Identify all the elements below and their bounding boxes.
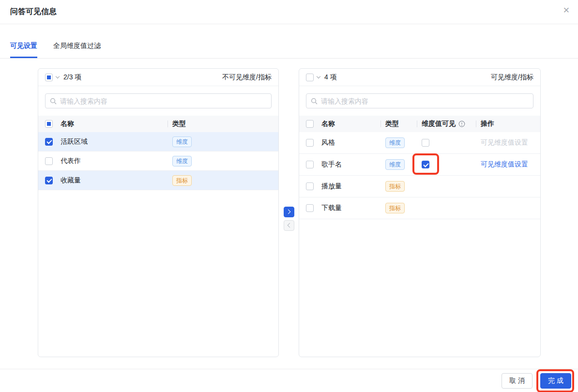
tab-bar: 可见设置 全局维度值过滤 — [0, 24, 578, 59]
select-all-checkbox[interactable] — [306, 74, 314, 81]
move-right-button[interactable] — [284, 207, 294, 217]
row-checkbox[interactable] — [306, 182, 314, 190]
type-tag: 维度 — [385, 137, 405, 148]
table-row[interactable]: 歌手名 维度 可见维度值设置 — [299, 154, 540, 176]
row-name: 播放量 — [321, 182, 385, 191]
search-box — [45, 93, 272, 108]
chevron-left-icon — [287, 223, 292, 228]
table-row[interactable]: 播放量 指标 — [299, 176, 540, 197]
transfer-controls — [279, 68, 299, 369]
row-name: 活跃区域 — [61, 137, 172, 146]
row-checkbox[interactable] — [306, 139, 314, 147]
row-checkbox[interactable] — [306, 204, 314, 212]
tab-visible-settings[interactable]: 可见设置 — [10, 42, 37, 58]
row-checkbox[interactable] — [45, 157, 53, 165]
dim-visible-checkbox[interactable] — [422, 139, 429, 147]
table-row[interactable]: 风格 维度 可见维度值设置 — [299, 132, 540, 154]
selected-count: 2/3 项 — [63, 73, 81, 82]
row-checkbox[interactable] — [306, 161, 314, 168]
column-name: 名称 — [321, 120, 385, 128]
dialog-footer: 取 消 完 成 — [0, 369, 578, 392]
type-tag: 维度 — [385, 159, 405, 170]
close-icon[interactable]: ✕ — [563, 6, 570, 15]
row-checkbox[interactable] — [45, 177, 53, 184]
confirm-button[interactable]: 完 成 — [540, 373, 571, 389]
column-dim-visible-label: 维度值可见 — [422, 120, 456, 128]
type-tag: 维度 — [172, 156, 192, 166]
table-header: 名称 类型 维度值可见 操作 — [299, 116, 540, 132]
panel-title: 可见维度/指标 — [491, 73, 533, 82]
panel-title: 不可见维度/指标 — [222, 73, 272, 82]
dim-visible-checkbox[interactable] — [422, 161, 429, 168]
move-left-button[interactable] — [284, 220, 294, 231]
type-tag: 指标 — [385, 203, 405, 213]
table-row[interactable]: 收藏量 指标 — [38, 171, 278, 190]
dialog-title: 问答可见信息 — [10, 7, 57, 17]
chevron-down-icon[interactable] — [317, 75, 320, 78]
column-type: 类型 — [172, 120, 278, 128]
table-row[interactable]: 下载量 指标 — [299, 197, 540, 219]
column-dim-visible: 维度值可见 — [422, 120, 481, 128]
search-icon — [50, 98, 57, 105]
row-name: 风格 — [321, 138, 385, 147]
row-checkbox[interactable] — [45, 138, 53, 146]
type-tag: 维度 — [172, 136, 192, 147]
tab-global-dimension-filter[interactable]: 全局维度值过滤 — [53, 42, 101, 58]
dialog-body: 2/3 项 不可见维度/指标 名称 类型 活跃区域 维度 代表作 维度 — [0, 59, 578, 369]
search-input[interactable] — [306, 93, 533, 108]
header-checkbox[interactable] — [306, 120, 314, 128]
type-tag: 指标 — [385, 181, 405, 192]
dialog-header: 问答可见信息 ✕ — [0, 0, 578, 24]
select-all-checkbox[interactable] — [45, 74, 53, 81]
invisible-panel-header: 2/3 项 不可见维度/指标 — [38, 69, 278, 86]
item-count: 4 项 — [324, 73, 337, 82]
search-box — [306, 93, 533, 108]
type-tag: 指标 — [172, 175, 192, 186]
column-action: 操作 — [481, 120, 540, 128]
search-icon — [311, 98, 318, 105]
table-row[interactable]: 活跃区域 维度 — [38, 132, 278, 151]
info-circle-icon[interactable] — [458, 121, 465, 127]
invisible-panel: 2/3 项 不可见维度/指标 名称 类型 活跃区域 维度 代表作 维度 — [38, 68, 279, 357]
search-input[interactable] — [45, 93, 272, 108]
column-name: 名称 — [61, 120, 172, 128]
row-name: 代表作 — [61, 157, 172, 166]
visible-panel-header: 4 项 可见维度/指标 — [299, 69, 540, 86]
header-checkbox[interactable] — [45, 120, 53, 128]
chevron-right-icon — [286, 210, 290, 214]
cancel-button[interactable]: 取 消 — [502, 373, 532, 389]
visible-panel: 4 项 可见维度/指标 名称 类型 维度值可见 操作 风格 维度 — [299, 68, 541, 357]
dim-value-settings-link: 可见维度值设置 — [481, 138, 528, 147]
dim-value-settings-link[interactable]: 可见维度值设置 — [481, 160, 528, 169]
chevron-down-icon[interactable] — [56, 75, 60, 78]
table-row[interactable]: 代表作 维度 — [38, 151, 278, 171]
qa-visible-info-dialog: 问答可见信息 ✕ 可见设置 全局维度值过滤 2/3 项 不可见维度/指标 名称 … — [0, 0, 578, 392]
row-name: 收藏量 — [61, 176, 172, 185]
table-header: 名称 类型 — [38, 116, 278, 132]
column-type: 类型 — [385, 120, 422, 128]
row-name: 下载量 — [321, 204, 385, 212]
row-name: 歌手名 — [321, 160, 385, 169]
